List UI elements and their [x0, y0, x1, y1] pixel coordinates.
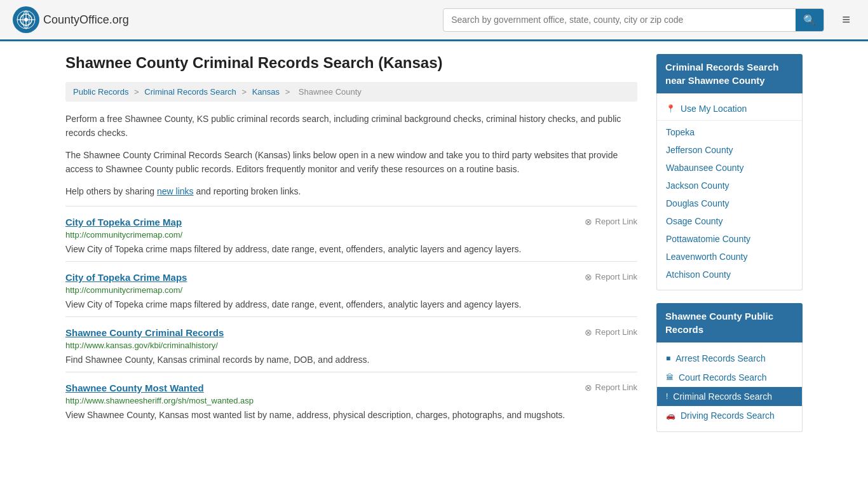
description-para3: Help others by sharing new links and rep… [65, 184, 637, 198]
record-icon-0: ■ [666, 354, 670, 363]
record-icon-2: ! [666, 392, 668, 401]
hamburger-icon: ≡ [842, 11, 850, 27]
breadcrumb-kansas[interactable]: Kansas [252, 87, 280, 97]
logo-icon [13, 6, 39, 33]
breadcrumb-public-records[interactable]: Public Records [73, 87, 128, 97]
nearby-links: TopekaJefferson CountyWabaunsee CountyJa… [657, 123, 802, 283]
result-item: Shawnee County Most Wanted ⊗ Report Link… [65, 372, 637, 427]
page-title: Shawnee County Criminal Records Search (… [65, 54, 637, 72]
results-list: City of Topeka Crime Map ⊗ Report Link h… [65, 206, 637, 427]
result-header: Shawnee County Criminal Records ⊗ Report… [65, 327, 637, 338]
nearby-link-3[interactable]: Jackson County [657, 177, 802, 194]
menu-button[interactable]: ≡ [837, 9, 855, 30]
result-item: City of Topeka Crime Maps ⊗ Report Link … [65, 261, 637, 316]
result-desc-3: View Shawnee County, Kansas most wanted … [65, 409, 637, 422]
nearby-link-6[interactable]: Pottawatomie County [657, 230, 802, 248]
nearby-link-8[interactable]: Atchison County [657, 266, 802, 283]
result-header: City of Topeka Crime Maps ⊗ Report Link [65, 272, 637, 283]
report-icon-0: ⊗ [585, 217, 592, 227]
report-icon-3: ⊗ [585, 383, 592, 393]
record-icon-1: 🏛 [666, 373, 674, 382]
report-icon-2: ⊗ [585, 327, 592, 337]
logo-text: CountyOffice.org [43, 13, 129, 27]
result-url-2: http://www.kansas.gov/kbi/criminalhistor… [65, 341, 637, 350]
result-header: City of Topeka Crime Map ⊗ Report Link [65, 217, 637, 227]
report-link-1[interactable]: ⊗ Report Link [585, 272, 637, 282]
sidebar: Criminal Records Search near Shawnee Cou… [656, 54, 803, 445]
svg-point-5 [24, 18, 28, 22]
result-item: City of Topeka Crime Map ⊗ Report Link h… [65, 206, 637, 261]
result-item: Shawnee County Criminal Records ⊗ Report… [65, 316, 637, 372]
result-title-2[interactable]: Shawnee County Criminal Records [65, 327, 224, 338]
content-area: Shawnee County Criminal Records Search (… [65, 54, 637, 445]
result-desc-1: View City of Topeka crime maps filtered … [65, 298, 637, 311]
main-container: Shawnee County Criminal Records Search (… [53, 41, 815, 445]
nearby-link-2[interactable]: Wabaunsee County [657, 159, 802, 177]
report-link-3[interactable]: ⊗ Report Link [585, 383, 637, 393]
result-desc-2: Find Shawnee County, Kansas criminal rec… [65, 353, 637, 367]
report-link-0[interactable]: ⊗ Report Link [585, 217, 637, 227]
sidebar-divider [657, 120, 802, 121]
report-icon-1: ⊗ [585, 272, 592, 282]
result-url-3: http://www.shawneesheriff.org/sh/most_wa… [65, 396, 637, 405]
result-header: Shawnee County Most Wanted ⊗ Report Link [65, 383, 637, 393]
result-title-3[interactable]: Shawnee County Most Wanted [65, 383, 204, 393]
public-records-item-3[interactable]: 🚗Driving Records Search [657, 406, 802, 425]
nearby-link-4[interactable]: Douglas County [657, 194, 802, 212]
search-bar: 🔍 [443, 8, 824, 32]
public-records-items: ■Arrest Records Search🏛Court Records Sea… [657, 349, 802, 425]
record-icon-3: 🚗 [666, 411, 675, 420]
nearby-link-7[interactable]: Leavenworth County [657, 248, 802, 266]
result-url-1: http://communitycrimemap.com/ [65, 285, 637, 295]
result-title-1[interactable]: City of Topeka Crime Maps [65, 272, 187, 283]
breadcrumb-criminal-records[interactable]: Criminal Records Search [144, 87, 236, 97]
result-url-0: http://communitycrimemap.com/ [65, 230, 637, 240]
nearby-link-0[interactable]: Topeka [657, 123, 802, 141]
site-header: CountyOffice.org 🔍 ≡ [0, 0, 868, 41]
new-links-link[interactable]: new links [157, 186, 194, 196]
logo[interactable]: CountyOffice.org [13, 6, 129, 33]
public-records-header: Shawnee County Public Records [656, 303, 803, 342]
location-icon: 📍 [666, 104, 675, 113]
breadcrumb-current: Shawnee County [299, 87, 362, 97]
search-icon: 🔍 [803, 15, 816, 25]
search-input[interactable] [444, 10, 796, 30]
public-records-item-0[interactable]: ■Arrest Records Search [657, 349, 802, 368]
result-desc-0: View City of Topeka crime maps filtered … [65, 243, 637, 256]
report-link-2[interactable]: ⊗ Report Link [585, 327, 637, 337]
breadcrumb: Public Records > Criminal Records Search… [65, 82, 637, 102]
nearby-section-body: 📍 Use My Location TopekaJefferson County… [656, 93, 803, 290]
use-my-location-link[interactable]: 📍 Use My Location [657, 100, 802, 118]
nearby-link-5[interactable]: Osage County [657, 212, 802, 230]
search-button[interactable]: 🔍 [796, 9, 824, 31]
public-records-item-2[interactable]: !Criminal Records Search [657, 387, 802, 406]
description-para2: The Shawnee County Criminal Records Sear… [65, 148, 637, 177]
public-records-section-body: ■Arrest Records Search🏛Court Records Sea… [656, 342, 803, 432]
nearby-header: Criminal Records Search near Shawnee Cou… [656, 54, 803, 93]
nearby-link-1[interactable]: Jefferson County [657, 141, 802, 159]
description-para1: Perform a free Shawnee County, KS public… [65, 112, 637, 140]
public-records-item-1[interactable]: 🏛Court Records Search [657, 368, 802, 387]
result-title-0[interactable]: City of Topeka Crime Map [65, 217, 182, 227]
